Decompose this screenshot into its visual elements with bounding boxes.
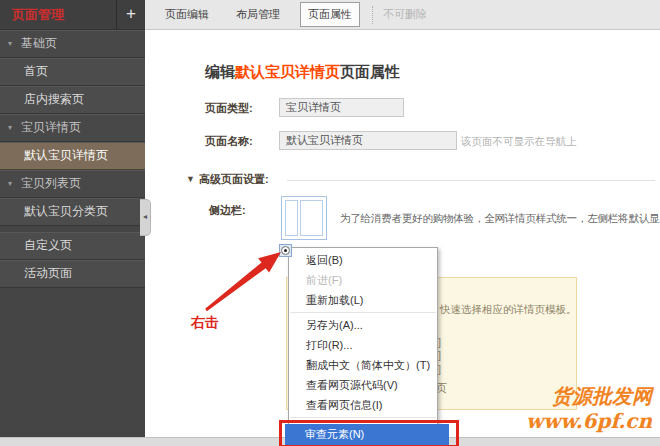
sidebar-item-custom-page[interactable]: 自定义页 <box>0 232 145 260</box>
sidebar-header: 页面管理 + <box>0 0 145 30</box>
page-title: 编辑默认宝贝详情页页面属性 <box>205 63 400 82</box>
menu-separator <box>290 417 436 418</box>
sidebar-section-label: 宝贝详情页 <box>21 120 81 134</box>
app-window: 页面管理 + ▾ 基础页 首页 店内搜索页 ▾ 宝贝详情页 默认宝贝详情页 ▾ … <box>0 0 660 446</box>
advanced-settings-label[interactable]: 高级页面设置: <box>199 172 269 187</box>
sidebar-option-description: 为了给消费者更好的购物体验，全网详情页样式统一，左侧栏将默认显示。 <box>340 212 660 226</box>
sidebar-item-default-item-category[interactable]: 默认宝贝分类页 <box>0 198 145 226</box>
page-type-input: 宝贝详情页 <box>279 98 404 117</box>
sidebar-item-label: 默认宝贝分类页 <box>24 204 108 218</box>
page-type-label: 页面类型: <box>205 101 253 116</box>
menu-item-reload[interactable]: 重新加载(L) <box>289 290 437 310</box>
sidebar-item-store-search[interactable]: 店内搜索页 <box>0 86 145 114</box>
sidebar-item-activity-page[interactable]: 活动页面 <box>0 260 145 288</box>
sidebar-collapse-handle[interactable]: ◂ <box>140 199 151 236</box>
page-name-hint: 该页面不可显示在导航上 <box>461 135 577 149</box>
page-title-prefix: 编辑 <box>205 63 235 80</box>
section-collapse-icon: ▾ <box>8 170 12 197</box>
tab-page-edit[interactable]: 页面编辑 <box>158 3 216 26</box>
add-page-button[interactable]: + <box>116 0 145 29</box>
watermark-site-name: 货源批发网 <box>526 384 652 409</box>
tab-page-properties[interactable]: 页面属性 <box>300 2 360 27</box>
advanced-collapse-icon: ▼ <box>186 174 195 184</box>
sidebar-section-item-detail[interactable]: ▾ 宝贝详情页 <box>0 114 145 142</box>
layout-thumbnail[interactable] <box>281 196 327 240</box>
sidebar-section-label: 基础页 <box>21 36 57 50</box>
section-divider <box>287 180 655 181</box>
thumbnail-right-column <box>300 200 323 236</box>
context-menu: 返回(B) 前进(F) 重新加载(L) 另存为(A)... 打印(R)... 翻… <box>288 247 438 446</box>
sidebar-item-default-item-detail[interactable]: 默认宝贝详情页 <box>0 142 145 170</box>
menu-item-save-as[interactable]: 另存为(A)... <box>289 315 437 335</box>
annotation-highlight-rectangle <box>279 420 459 446</box>
sidebar-item-label: 默认宝贝详情页 <box>24 148 108 162</box>
watermark-site-url: www.6pf.cn <box>526 409 652 434</box>
sidebar-item-label: 活动页面 <box>24 266 72 280</box>
menu-separator <box>290 312 436 313</box>
sidebar-item-label: 店内搜索页 <box>24 92 84 106</box>
notice-text-fragment: ] <box>438 363 441 375</box>
right-click-annotation-label: 右击 <box>191 314 219 332</box>
tab-divider <box>372 6 373 24</box>
page-name-input: 默认宝贝详情页 <box>279 131 457 150</box>
menu-item-page-info[interactable]: 查看网页信息(I) <box>289 395 437 415</box>
section-collapse-icon: ▾ <box>8 114 12 141</box>
thumbnail-left-column <box>285 200 298 236</box>
sidebar-section-basic-pages[interactable]: ▾ 基础页 <box>0 30 145 58</box>
watermark: 货源批发网 www.6pf.cn <box>526 384 652 434</box>
sidebar-title: 页面管理 <box>0 6 116 24</box>
notice-text-fragment: ] <box>438 336 441 348</box>
sidebar-item-label: 自定义页 <box>24 238 72 252</box>
page-title-page-name: 默认宝贝详情页 <box>235 63 340 80</box>
sidebar: 页面管理 + ▾ 基础页 首页 店内搜索页 ▾ 宝贝详情页 默认宝贝详情页 ▾ … <box>0 0 145 437</box>
notice-text-fragment: ] <box>438 349 441 361</box>
sidebar-item-home[interactable]: 首页 <box>0 58 145 86</box>
menu-item-view-source[interactable]: 查看网页源代码(V) <box>289 375 437 395</box>
annotation-arrow-icon <box>196 244 288 318</box>
menu-item-print[interactable]: 打印(R)... <box>289 335 437 355</box>
menu-item-back[interactable]: 返回(B) <box>289 250 437 270</box>
sidebar-option-label: 侧边栏: <box>209 203 246 218</box>
menu-item-translate[interactable]: 翻成中文（简体中文）(T) <box>289 355 437 375</box>
page-name-label: 页面名称: <box>205 134 253 149</box>
page-title-suffix: 页面属性 <box>340 63 400 80</box>
collapse-arrow-icon: ◂ <box>143 212 147 221</box>
tab-bar: 页面编辑 布局管理 页面属性 不可删除 <box>145 0 660 30</box>
sidebar-item-label: 首页 <box>24 64 48 78</box>
sidebar-section-item-list[interactable]: ▾ 宝贝列表页 <box>0 170 145 198</box>
notice-text-fragment: 快速选择相应的详情页模板。 <box>440 303 577 317</box>
delete-action-disabled: 不可删除 <box>383 7 427 22</box>
menu-item-forward: 前进(F) <box>289 270 437 290</box>
section-collapse-icon: ▾ <box>8 30 12 57</box>
tab-layout-manage[interactable]: 布局管理 <box>229 3 287 26</box>
sidebar-section-label: 宝贝列表页 <box>21 176 81 190</box>
